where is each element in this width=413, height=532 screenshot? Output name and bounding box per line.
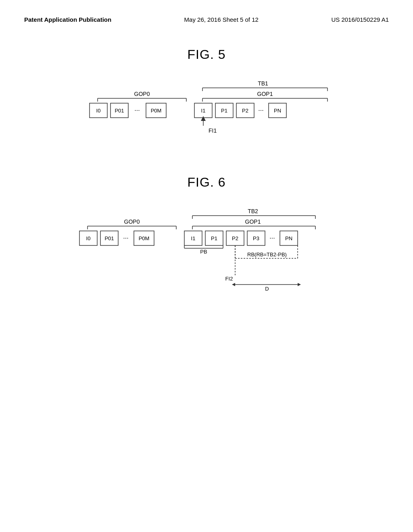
fig5-dots-gop1: ··· (258, 107, 263, 114)
svg-text:P3: P3 (253, 235, 259, 241)
svg-text:P0M: P0M (139, 235, 150, 241)
sheet-info: May 26, 2016 Sheet 5 of 12 (184, 16, 259, 23)
patent-number: US 2016/0150229 A1 (331, 16, 389, 23)
fig5-label-i0: I0 (96, 108, 101, 114)
fig5-fi1-label: FI1 (209, 127, 217, 134)
svg-text:P1: P1 (211, 235, 217, 241)
fig6-diagram: TB2 GOP0 GOP1 I0 P01 ··· P0M I1 P1 P2 P3… (69, 206, 344, 291)
fig6-fi2-label: FI2 (225, 276, 233, 282)
fig5-title: FIG. 5 (188, 47, 226, 62)
fig6-d-arrow-left (232, 283, 235, 286)
fig6-d-arrow-right (298, 283, 301, 286)
fig6-d-label: D (265, 286, 269, 292)
fig5-label-p0m: P0M (151, 108, 162, 114)
fig5-label-i1: I1 (201, 108, 206, 114)
page-header: Patent Application Publication May 26, 2… (0, 0, 413, 23)
svg-text:I1: I1 (191, 235, 196, 241)
svg-text:I0: I0 (86, 235, 91, 241)
svg-text:P2: P2 (232, 235, 238, 241)
fig5-diagram: TB1 GOP0 GOP1 I0 P01 ··· P0M I1 P1 (77, 78, 336, 143)
svg-text:P01: P01 (104, 235, 114, 241)
fig5-tb1-label: TB1 (258, 80, 268, 87)
publication-label: Patent Application Publication (24, 16, 111, 23)
fig5-label-p01: P01 (115, 108, 124, 114)
svg-text:···: ··· (123, 235, 128, 241)
fig5-label-p2: P2 (242, 108, 248, 114)
svg-text:PN: PN (285, 235, 292, 241)
fig5-dots-gop0: ··· (134, 107, 140, 114)
fig5-gop1-label: GOP1 (257, 91, 273, 97)
fig5-label-pn: PN (274, 108, 281, 114)
fig5-label-p1: P1 (221, 108, 227, 114)
fig6-section: FIG. 6 TB2 GOP0 GOP1 I0 (0, 175, 413, 291)
fig6-pb-label: PB (200, 249, 207, 255)
fig6-gop0-label: GOP0 (124, 218, 140, 225)
fig6-tb2-label: TB2 (248, 208, 258, 214)
fig6-rb-label: RB(RB=TB2-PB) (247, 251, 287, 258)
svg-text:···: ··· (269, 235, 275, 241)
fig6-gop1-label: GOP1 (245, 218, 261, 225)
fig5-section: FIG. 5 TB1 GOP0 GOP1 I0 P01 ··· P0M (0, 47, 413, 143)
fig5-gop0-label: GOP0 (134, 91, 150, 97)
fig6-title: FIG. 6 (188, 175, 226, 190)
